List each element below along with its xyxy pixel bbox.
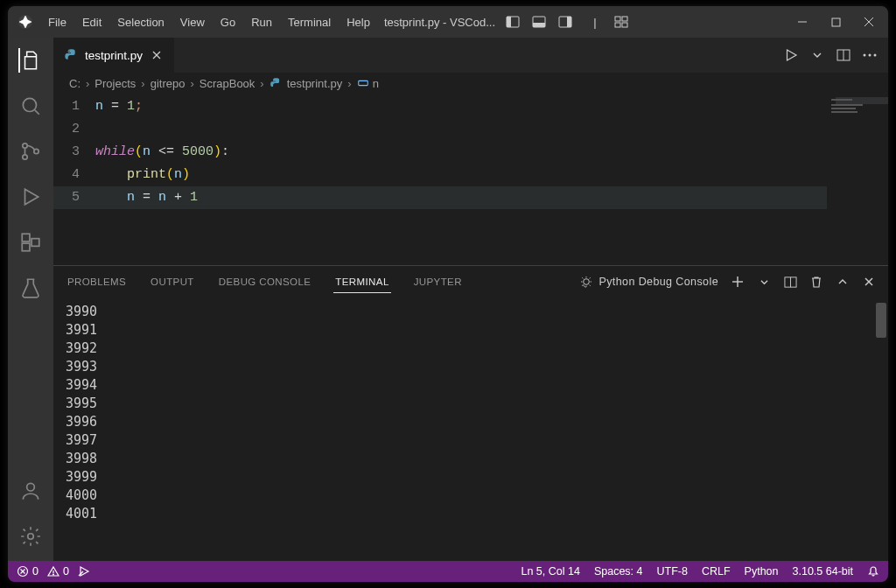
line-number: 5 xyxy=(53,186,95,209)
search-icon[interactable] xyxy=(18,94,43,118)
tab-testprint[interactable]: testprint.py xyxy=(53,38,174,73)
svg-point-47 xyxy=(52,574,53,575)
svg-point-19 xyxy=(34,149,38,153)
status-encoding[interactable]: UTF-8 xyxy=(657,565,688,578)
editor-actions xyxy=(783,38,888,73)
status-eol[interactable]: CRLF xyxy=(702,565,731,578)
panel-maximize-icon[interactable] xyxy=(836,275,850,289)
run-debug-icon[interactable] xyxy=(18,185,43,209)
svg-point-15 xyxy=(23,98,36,111)
more-actions-icon[interactable] xyxy=(862,47,878,63)
minimap[interactable] xyxy=(827,94,888,251)
source-control-icon[interactable] xyxy=(18,139,43,164)
svg-point-24 xyxy=(27,483,35,491)
panel-tab-debug-console[interactable]: DEBUG CONSOLE xyxy=(217,273,313,290)
run-file-icon[interactable] xyxy=(783,47,799,63)
customize-layout-icon[interactable] xyxy=(614,15,628,29)
python-file-icon xyxy=(270,77,282,89)
panel-tab-jupyter[interactable]: JUPYTER xyxy=(412,273,464,290)
terminal-line: 3996 xyxy=(66,413,876,431)
toggle-primary-sidebar-icon[interactable] xyxy=(506,15,520,29)
svg-point-25 xyxy=(28,534,34,540)
status-notifications-icon[interactable] xyxy=(867,565,879,578)
breadcrumb-seg[interactable]: Projects xyxy=(94,77,136,90)
maximize-icon[interactable] xyxy=(829,15,843,29)
panel-close-icon[interactable] xyxy=(862,275,876,289)
svg-rect-8 xyxy=(622,17,627,21)
menu-go[interactable]: Go xyxy=(214,12,242,32)
svg-marker-20 xyxy=(25,189,38,204)
terminal-scrollbar[interactable] xyxy=(876,303,886,338)
titlebar[interactable]: File Edit Selection View Go Run Terminal… xyxy=(8,6,888,38)
panel-tab-terminal[interactable]: TERMINAL xyxy=(333,273,390,293)
menu-help[interactable]: Help xyxy=(340,12,377,32)
terminal-line: 3990 xyxy=(66,303,876,321)
tab-close-icon[interactable] xyxy=(150,48,164,62)
breadcrumb-symbol[interactable]: n xyxy=(357,77,379,90)
new-terminal-icon[interactable] xyxy=(731,275,745,289)
menu-file[interactable]: File xyxy=(41,12,74,32)
svg-point-33 xyxy=(874,54,877,57)
svg-line-36 xyxy=(583,284,585,287)
breadcrumb-seg[interactable]: ScrapBook xyxy=(200,77,256,90)
activity-bar xyxy=(8,38,53,561)
terminal-line: 4001 xyxy=(66,505,876,523)
minimize-icon[interactable] xyxy=(795,15,809,29)
split-terminal-icon[interactable] xyxy=(783,275,797,289)
editor-group: testprint.py C:› Projects› gitrepo› Scra… xyxy=(53,38,888,561)
svg-rect-4 xyxy=(533,23,545,27)
accounts-icon[interactable] xyxy=(18,479,43,503)
svg-rect-7 xyxy=(615,17,620,21)
svg-rect-22 xyxy=(22,243,30,251)
breadcrumb-seg[interactable]: gitrepo xyxy=(150,77,186,90)
svg-rect-6 xyxy=(567,17,571,27)
testing-icon[interactable] xyxy=(18,276,43,300)
svg-marker-28 xyxy=(788,50,797,60)
breadcrumb-seg[interactable]: C: xyxy=(69,77,80,90)
status-errors[interactable]: 0 xyxy=(17,565,38,578)
status-debug-icon[interactable] xyxy=(78,565,90,578)
close-icon[interactable] xyxy=(862,15,876,29)
breadcrumb[interactable]: C:› Projects› gitrepo› ScrapBook› testpr… xyxy=(53,73,888,94)
settings-gear-icon[interactable] xyxy=(18,524,43,549)
status-line-col[interactable]: Ln 5, Col 14 xyxy=(521,565,579,578)
kill-terminal-icon[interactable] xyxy=(809,275,823,289)
terminal-line: 3997 xyxy=(66,431,876,450)
menu-run[interactable]: Run xyxy=(244,12,279,32)
titlebar-divider: | xyxy=(588,15,602,29)
explorer-icon[interactable] xyxy=(18,48,43,73)
bottom-panel: PROBLEMS OUTPUT DEBUG CONSOLE TERMINAL J… xyxy=(53,265,888,561)
status-spaces[interactable]: Spaces: 4 xyxy=(594,565,643,578)
menu-view[interactable]: View xyxy=(173,12,212,32)
line-number: 2 xyxy=(53,118,95,141)
breadcrumb-file[interactable]: testprint.py xyxy=(287,77,343,90)
panel-tab-problems[interactable]: PROBLEMS xyxy=(66,273,128,290)
terminal-line: 4000 xyxy=(66,486,876,505)
terminal-profile[interactable]: Python Debug Console xyxy=(579,275,718,289)
status-warnings[interactable]: 0 xyxy=(47,565,69,578)
panel-tabs: PROBLEMS OUTPUT DEBUG CONSOLE TERMINAL J… xyxy=(53,266,888,298)
svg-rect-34 xyxy=(358,80,368,85)
run-dropdown-icon[interactable] xyxy=(809,47,825,63)
svg-point-17 xyxy=(23,144,27,148)
status-interpreter[interactable]: 3.10.5 64-bit xyxy=(793,565,854,578)
panel-tab-output[interactable]: OUTPUT xyxy=(149,273,196,290)
terminal-line: 3995 xyxy=(66,395,876,413)
toggle-secondary-sidebar-icon[interactable] xyxy=(558,15,572,29)
window-controls xyxy=(795,15,876,29)
menu-terminal[interactable]: Terminal xyxy=(281,12,338,32)
menu-selection[interactable]: Selection xyxy=(110,12,171,32)
terminal-dropdown-icon[interactable] xyxy=(757,275,771,289)
extensions-icon[interactable] xyxy=(18,230,43,255)
status-language[interactable]: Python xyxy=(745,565,779,578)
terminal-body[interactable]: 3990 3991 3992 3993 3994 3995 3996 3997 … xyxy=(53,298,888,561)
svg-marker-48 xyxy=(80,567,88,576)
terminal-line: 3993 xyxy=(66,358,876,376)
toggle-panel-icon[interactable] xyxy=(532,15,546,29)
menu-edit[interactable]: Edit xyxy=(75,12,108,32)
editor[interactable]: 1n = 1; 2 3while(n <= 5000): 4 print(n) … xyxy=(53,94,888,265)
split-editor-icon[interactable] xyxy=(836,47,851,63)
vscode-window: File Edit Selection View Go Run Terminal… xyxy=(8,6,888,582)
tab-label: testprint.py xyxy=(85,49,143,62)
line-number: 3 xyxy=(53,141,95,164)
